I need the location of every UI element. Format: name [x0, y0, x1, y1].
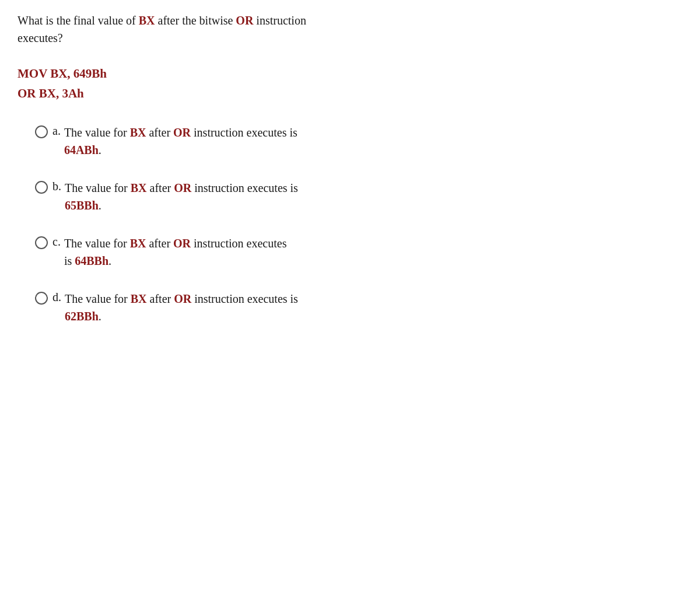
option-a-bx: BX — [130, 126, 146, 139]
option-c-period: . — [108, 254, 111, 267]
question-bx: BX — [139, 14, 155, 27]
radio-a[interactable] — [35, 125, 48, 138]
option-c-bx: BX — [130, 237, 146, 250]
option-b-text2: after — [147, 181, 174, 194]
options-container: a. The value for BX after OR instruction… — [18, 124, 682, 325]
option-a-content: The value for BX after OR instruction ex… — [64, 124, 682, 159]
option-b-period: . — [99, 199, 102, 212]
option-b-value: 65BBh — [65, 199, 99, 212]
option-d-text2: after — [147, 292, 174, 305]
option-c[interactable]: c. The value for BX after OR instruction… — [35, 235, 682, 270]
option-d-label: d. — [52, 291, 61, 304]
option-b-label: b. — [52, 180, 61, 193]
option-a-value: 64ABh — [64, 144, 99, 156]
question-suffix2: executes? — [18, 32, 63, 44]
radio-d-wrapper[interactable] — [35, 292, 48, 305]
option-d-content: The value for BX after OR instruction ex… — [65, 290, 682, 325]
radio-b[interactable] — [35, 181, 48, 194]
option-a[interactable]: a. The value for BX after OR instruction… — [35, 124, 682, 159]
option-c-label: c. — [52, 235, 61, 249]
option-b-or: OR — [174, 181, 191, 194]
question-prefix: What is the final value of — [18, 14, 139, 27]
option-c-text3: instruction executes — [191, 237, 286, 250]
option-a-text1: The value for — [64, 126, 130, 139]
option-c-text2: after — [146, 237, 173, 250]
option-d-or: OR — [174, 292, 191, 305]
radio-b-wrapper[interactable] — [35, 181, 48, 194]
option-a-period: . — [99, 144, 102, 156]
option-a-or: OR — [173, 126, 191, 139]
code-line-2: OR BX, 3Ah — [18, 84, 682, 104]
option-b-text3: instruction executes is — [191, 181, 298, 194]
question-text: What is the final value of BX after the … — [18, 12, 682, 47]
option-c-value: 64BBh — [75, 254, 108, 267]
radio-c-wrapper[interactable] — [35, 236, 48, 249]
question-middle: after the bitwise — [155, 14, 236, 27]
option-a-text2: after — [146, 126, 173, 139]
question-suffix1: instruction — [253, 14, 306, 27]
option-c-text1: The value for — [64, 237, 130, 250]
option-a-text3: instruction executes is — [191, 126, 298, 139]
option-b-bx: BX — [131, 181, 147, 194]
option-b[interactable]: b. The value for BX after OR instruction… — [35, 179, 682, 214]
code-block: MOV BX, 649Bh OR BX, 3Ah — [18, 64, 682, 103]
option-d-text1: The value for — [65, 292, 131, 305]
option-c-or: OR — [173, 237, 191, 250]
option-b-content: The value for BX after OR instruction ex… — [65, 179, 682, 214]
option-c-content: The value for BX after OR instruction ex… — [64, 235, 682, 270]
option-d-bx: BX — [131, 292, 147, 305]
question-or: OR — [236, 14, 253, 27]
option-a-label: a. — [52, 124, 61, 138]
option-b-text1: The value for — [65, 181, 131, 194]
option-d-period: . — [99, 310, 102, 323]
radio-a-wrapper[interactable] — [35, 125, 48, 138]
option-d-value: 62BBh — [65, 310, 99, 323]
radio-d[interactable] — [35, 292, 48, 305]
option-d-text3: instruction executes is — [191, 292, 298, 305]
code-line-1: MOV BX, 649Bh — [18, 64, 682, 84]
radio-c[interactable] — [35, 236, 48, 249]
option-d[interactable]: d. The value for BX after OR instruction… — [35, 290, 682, 325]
option-c-is: is — [64, 254, 75, 267]
